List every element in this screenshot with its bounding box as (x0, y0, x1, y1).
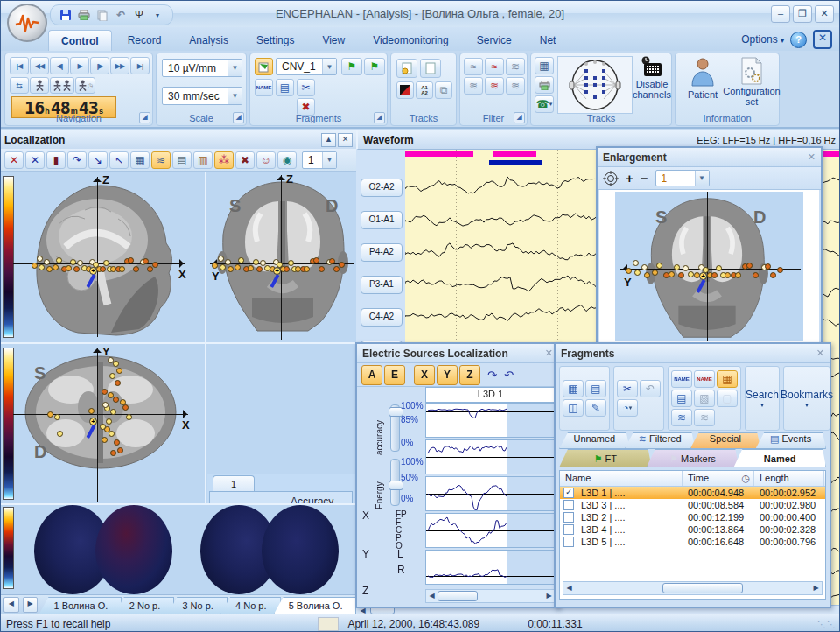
dipole-up-icon[interactable]: ↖ (109, 151, 129, 169)
jump-fragment-icon[interactable]: ⇆ (10, 77, 29, 94)
dipole-tools-icon[interactable]: ✖ (235, 151, 255, 169)
target-icon[interactable] (603, 171, 619, 186)
record-tab[interactable]: 5 Волина О. . (274, 597, 356, 614)
table-row[interactable]: L3D 2 | ....00:00:12.19900:00:00.400 (560, 511, 825, 523)
enlargement-view[interactable]: Y S D + (599, 190, 819, 342)
delete-wave-icon[interactable]: ≋ (694, 409, 715, 426)
channel-button-p4-a2[interactable]: P4-A2 (360, 243, 402, 262)
search-button[interactable]: Search▾ (745, 366, 780, 431)
ribbon-tab-settings[interactable]: Settings (244, 30, 306, 51)
broadcast-icon[interactable]: Ψ (131, 8, 147, 23)
ribbon-tab-record[interactable]: Record (116, 30, 174, 51)
fragment-page-icon[interactable] (255, 58, 273, 75)
esl-button-x[interactable]: X (414, 365, 435, 385)
delete-list-icon[interactable]: ▧ (694, 390, 715, 407)
qat-menu-caret-icon[interactable]: ▾ (150, 8, 165, 23)
head-montage-icon[interactable] (557, 56, 633, 114)
scroll-left-icon[interactable]: ◀ (426, 591, 438, 601)
row-checkbox[interactable] (564, 512, 574, 523)
montage-table-icon[interactable]: ▦ (535, 57, 554, 74)
record-tab[interactable]: 3 No p. . (167, 597, 228, 614)
fragment-tab-filtered[interactable]: ≋ Filtered (625, 432, 696, 449)
accuracy-slider[interactable] (390, 404, 400, 452)
speed-select[interactable]: 30 mm/sec▼ (162, 87, 242, 105)
patient-time-icon[interactable]: ◷ (75, 77, 95, 94)
fragment-tab-named[interactable]: Named (733, 449, 826, 467)
channel-button-o1-a1[interactable]: O1-A1 (360, 211, 402, 229)
scroll-left-icon[interactable]: ◀ (564, 583, 575, 593)
ribbon-tab-net[interactable]: Net (528, 30, 569, 51)
band-filter-icon[interactable]: ≋ (464, 77, 483, 95)
grid-view-icon[interactable]: ▦ (130, 151, 150, 169)
record-tab[interactable]: 4 No p. . (220, 597, 281, 614)
disable-channels-button[interactable]: Disable channels (633, 56, 671, 112)
last-icon[interactable]: ▶| (130, 57, 150, 74)
ribbon-tab-control[interactable]: Control (48, 30, 112, 51)
caret-icon[interactable]: ▼ (228, 60, 242, 76)
channel-button-p3-a1[interactable]: P3-A1 (360, 276, 402, 294)
zoom-in-icon[interactable]: + (626, 171, 634, 186)
dial-connection-icon[interactable]: ☎▾ (535, 95, 554, 113)
print-icon[interactable]: ▤ (172, 151, 192, 169)
esl-curve-icon[interactable]: ↷ (487, 369, 497, 382)
patient-marker-icon[interactable] (30, 77, 49, 94)
add-fragment-icon[interactable]: ▦ (563, 380, 584, 397)
ribbon-tab-view[interactable]: View (310, 30, 357, 51)
montage-scheme-icon[interactable]: ⧉ (435, 81, 452, 99)
app-logo[interactable] (7, 4, 47, 42)
edit-fragment-icon[interactable]: ▤ (585, 380, 606, 397)
dipole-tab-1[interactable]: 1 (213, 475, 255, 493)
prev-flag-icon[interactable]: ⚑ (364, 58, 385, 75)
fragment-tab-ft[interactable]: ⚑ FT (559, 449, 652, 467)
undo-fragment-icon[interactable]: ↶ (640, 380, 661, 397)
head-model-icon[interactable]: ☺ (256, 151, 276, 169)
first-icon[interactable]: |◀ (10, 57, 29, 74)
maximize-button[interactable]: ❐ (793, 5, 812, 23)
name-fragment-icon[interactable]: NAME (671, 370, 692, 388)
collapse-icon[interactable]: ▲ (321, 133, 336, 147)
fragment-select[interactable]: CNV_1▼ (276, 58, 337, 75)
scroll-thumb[interactable] (662, 583, 743, 593)
esl-curve-back-icon[interactable]: ↶ (504, 369, 514, 382)
caret-icon[interactable]: ▼ (228, 88, 242, 104)
save-icon[interactable] (58, 8, 74, 23)
table-row[interactable]: L3D 3 | ....00:00:08.58400:00:02.980 (560, 499, 825, 511)
configuration-set-button[interactable]: Configuration set (726, 57, 777, 113)
save-report-icon[interactable]: ▥ (193, 151, 213, 169)
erase-fragment-icon[interactable]: ✎ (585, 399, 606, 417)
panel-close-icon[interactable]: ✕ (813, 30, 832, 49)
undo-icon[interactable]: ↶ (113, 8, 129, 23)
bookmarks-button[interactable]: Bookmarks▾ (783, 366, 830, 431)
close-window-icon[interactable]: ✕ (808, 151, 816, 163)
print-tracks-icon[interactable] (535, 76, 554, 94)
patient-button[interactable]: Patient (681, 57, 724, 113)
filter-dialog-launcher[interactable]: ◢ (514, 112, 525, 123)
cut-fragment-icon[interactable]: ✂ (297, 79, 315, 96)
tabs-scroll-left-icon[interactable]: ◀ (4, 597, 19, 613)
column-header-name[interactable]: Name (560, 471, 682, 486)
clear-region-icon[interactable]: ▮ (46, 151, 66, 169)
esl-button-z[interactable]: Z (459, 365, 480, 385)
table-row[interactable]: ✓L3D 1 | ....00:00:04.94800:00:02.952 (560, 487, 825, 499)
esl-button-a[interactable]: A (361, 365, 382, 385)
high-filter-icon[interactable]: ≈ (485, 58, 504, 75)
record-tab[interactable]: 2 No p. . (115, 597, 175, 614)
esl-hscrollbar[interactable]: ◀ ▶ (425, 589, 556, 603)
ruler-icon[interactable]: ▦ (717, 370, 738, 388)
step-forward-icon[interactable]: |▶ (90, 57, 109, 74)
scroll-thumb[interactable] (438, 591, 478, 601)
next-flag-icon[interactable]: ⚑ (341, 58, 362, 75)
ribbon-tab-videomonitoring[interactable]: Videomonitoring (360, 30, 461, 51)
options-menu[interactable]: Options ▾ (741, 33, 784, 46)
notch-filter-icon[interactable]: ≋ (506, 58, 525, 75)
fragment-tab-markers[interactable]: ⚑ Markers (647, 449, 739, 467)
show-dipoles-icon[interactable]: ⁂ (214, 151, 234, 169)
close-panel-icon[interactable]: ✕ (338, 133, 353, 147)
record-tab[interactable]: 1 Волина О. . (38, 597, 121, 614)
navigation-dialog-launcher[interactable]: ◢ (139, 112, 150, 123)
fragment-tab-special[interactable]: Special (690, 432, 761, 449)
row-checkbox[interactable] (564, 524, 574, 535)
rotate-view-icon[interactable]: ↷ (67, 151, 87, 169)
localization-zoom-select[interactable]: 1▼ (302, 151, 337, 169)
coronal-view[interactable]: Z Y S D + (206, 172, 356, 342)
